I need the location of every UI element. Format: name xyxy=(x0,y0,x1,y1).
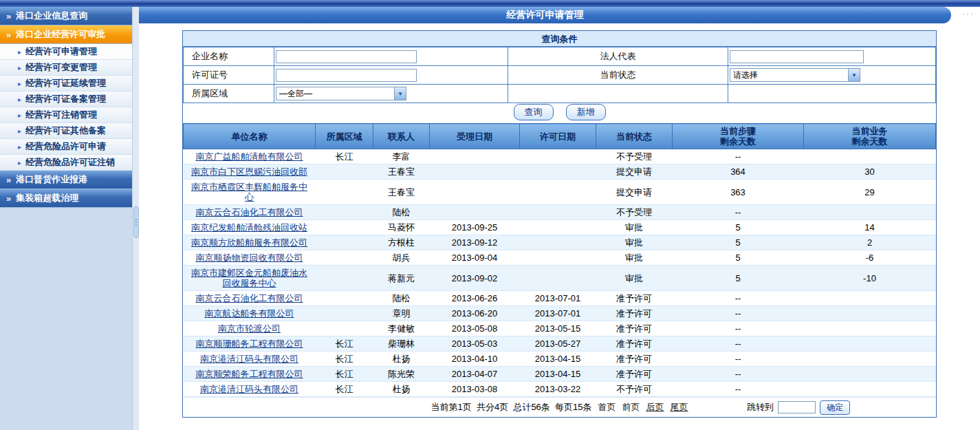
table-cell: 2013-09-02 xyxy=(430,266,520,291)
status-label: 当前状态 xyxy=(508,66,728,85)
sidebar-section-port-enterprise-info[interactable]: » 港口企业信息查询 xyxy=(0,7,132,25)
table-row: 南京顺扬物资回收有限公司胡兵2013-09-04审批5-6 xyxy=(184,250,936,266)
company-name-cell: 南京港清江码头有限公司 xyxy=(184,382,316,397)
table-cell: 不予受理 xyxy=(596,205,673,220)
sidebar-item-6[interactable]: ▸经营许可证其他备案 xyxy=(0,123,132,139)
company-link[interactable]: 南京市建邺区金元船舶废油水回收服务中心 xyxy=(191,268,307,288)
arrow-bullet-icon: ▸ xyxy=(18,96,21,103)
license-no-input[interactable] xyxy=(276,69,417,82)
table-cell: 2013-06-26 xyxy=(430,291,520,306)
company-link[interactable]: 南京顺荣船务工程有限公司 xyxy=(196,369,303,379)
column-header: 单位名称 xyxy=(184,124,316,149)
table-cell: 2013-07-01 xyxy=(520,306,596,321)
legal-person-input[interactable] xyxy=(730,50,864,63)
sidebar-section-license-approval[interactable]: » 港口企业经营许可审批 xyxy=(0,25,132,44)
last-page-link[interactable]: 尾页 xyxy=(671,401,688,413)
sidebar-item-label: 经营危险品许可证注销 xyxy=(25,156,115,169)
table-cell xyxy=(520,149,596,164)
table-cell: -10 xyxy=(804,266,936,291)
table-cell xyxy=(316,266,373,291)
table-cell: 杜扬 xyxy=(373,352,430,367)
company-link[interactable]: 南京顺珊船务工程有限公司 xyxy=(196,338,303,349)
sidebar-item-7[interactable]: ▸经营危险品许可申请 xyxy=(0,139,132,155)
table-cell: 马菱怀 xyxy=(373,220,430,235)
prev-page-link[interactable]: 前页 xyxy=(622,401,640,413)
table-cell: 5 xyxy=(673,220,804,235)
status-select[interactable]: 请选择 ▼ xyxy=(730,68,860,82)
table-cell: 长江 xyxy=(316,382,373,397)
company-link[interactable]: 南京云合石油化工有限公司 xyxy=(196,293,303,303)
table-cell xyxy=(520,205,596,220)
company-link[interactable]: 南京航达船务有限公司 xyxy=(205,308,294,319)
table-cell xyxy=(316,235,373,250)
table-cell: 准予许可 xyxy=(596,291,673,306)
sidebar-section-label: 集装箱超载治理 xyxy=(16,192,78,204)
table-cell xyxy=(430,164,520,180)
page-title-bar: 经营许可申请管理 ··· xyxy=(139,7,980,23)
table-cell xyxy=(316,180,373,205)
sidebar-item-1[interactable]: ▸经营许可申请管理 xyxy=(0,44,132,60)
table-cell: -- xyxy=(673,336,804,352)
first-page-link[interactable]: 首页 xyxy=(598,401,616,413)
table-cell: -- xyxy=(673,321,804,336)
splitter-grip-icon[interactable]: ⋮ xyxy=(133,206,139,238)
table-cell: 2013-03-08 xyxy=(430,382,520,397)
column-header: 联系人 xyxy=(373,124,430,149)
table-cell: 审批 xyxy=(596,266,673,291)
table-cell: 蒋新元 xyxy=(373,266,430,291)
company-link[interactable]: 南京港清江码头有限公司 xyxy=(200,354,298,364)
company-name-cell: 南京云合石油化工有限公司 xyxy=(184,205,316,220)
grip-dots-icon: ··· xyxy=(962,9,974,19)
table-cell xyxy=(804,321,936,336)
company-link[interactable]: 南京市白下区恩赐污油回收部 xyxy=(191,166,307,177)
company-link[interactable]: 南京市轮渡公司 xyxy=(218,323,281,334)
sidebar-item-5[interactable]: ▸经营许可注销管理 xyxy=(0,107,132,123)
table-cell xyxy=(520,220,596,235)
license-no-label: 许可证号 xyxy=(184,66,274,85)
company-link[interactable]: 南京云合石油化工有限公司 xyxy=(196,207,303,217)
table-cell: 363 xyxy=(673,180,804,205)
jump-page-input[interactable] xyxy=(778,401,816,413)
company-name-cell: 南京顺珊船务工程有限公司 xyxy=(184,336,316,352)
main-content: 经营许可申请管理 ··· 查询条件 企业名称 法人代表 许可证号 当前状态 xyxy=(139,7,980,430)
sidebar-item-8[interactable]: ▸经营危险品许可证注销 xyxy=(0,155,132,171)
sidebar-item-label: 经营许可证其他备案 xyxy=(25,125,106,137)
column-header: 当前步骤 剩余天数 xyxy=(673,124,804,149)
table-cell: 王春宝 xyxy=(373,180,430,205)
table-cell: 2013-09-04 xyxy=(430,250,520,266)
table-row: 南京纪发船舶清舱残油回收站马菱怀2013-09-25审批514 xyxy=(184,220,936,235)
table-cell: 2013-04-15 xyxy=(520,367,596,382)
pagination-summary: 当前第1页 共分4页 总计56条 每页15条 xyxy=(431,401,591,413)
next-page-link[interactable]: 后页 xyxy=(646,401,664,413)
query-conditions-header: 查询条件 xyxy=(183,31,936,47)
add-button[interactable]: 新增 xyxy=(566,104,606,120)
table-cell xyxy=(430,205,520,220)
sidebar-section-container-overload[interactable]: » 集装箱超载治理 xyxy=(0,189,132,208)
table-cell xyxy=(316,220,373,235)
sidebar-section-cargo-report[interactable]: » 港口普货作业报港 xyxy=(0,171,132,189)
table-row: 南京市建邺区金元船舶废油水回收服务中心蒋新元2013-09-02审批5-10 xyxy=(184,266,936,291)
sidebar-item-3[interactable]: ▸经营许可证延续管理 xyxy=(0,76,132,92)
company-link[interactable]: 南京港清江码头有限公司 xyxy=(200,384,298,394)
sidebar-item-4[interactable]: ▸经营许可证备案管理 xyxy=(0,92,132,107)
company-link[interactable]: 南京顺扬物资回收有限公司 xyxy=(196,252,303,263)
search-button[interactable]: 查询 xyxy=(514,104,554,120)
company-link[interactable]: 南京市栖霞区丰辉船舶服务中心 xyxy=(191,182,307,202)
column-header: 当前状态 xyxy=(596,124,673,149)
sidebar-item-2[interactable]: ▸经营许可变更管理 xyxy=(0,60,132,76)
table-cell xyxy=(316,164,373,180)
table-cell: 14 xyxy=(804,220,936,235)
table-cell: 陆松 xyxy=(373,291,430,306)
table-cell xyxy=(804,149,936,164)
sidebar-section-label: 港口企业经营许可审批 xyxy=(16,28,105,41)
company-link[interactable]: 南京广益船舶清舱有限公司 xyxy=(196,151,303,162)
table-cell: 审批 xyxy=(596,250,673,266)
region-select[interactable]: —全部— ▼ xyxy=(276,87,406,100)
company-link[interactable]: 南京纪发船舶清舱残油回收站 xyxy=(191,222,307,233)
sidebar-section-label: 港口企业信息查询 xyxy=(16,10,87,22)
confirm-button[interactable]: 确定 xyxy=(820,400,850,415)
company-link[interactable]: 南京顺方欣船舶服务有限公司 xyxy=(191,237,307,248)
company-name-input[interactable] xyxy=(276,50,417,63)
sidebar-splitter[interactable]: ⋮ xyxy=(132,7,139,430)
table-cell xyxy=(804,382,936,397)
